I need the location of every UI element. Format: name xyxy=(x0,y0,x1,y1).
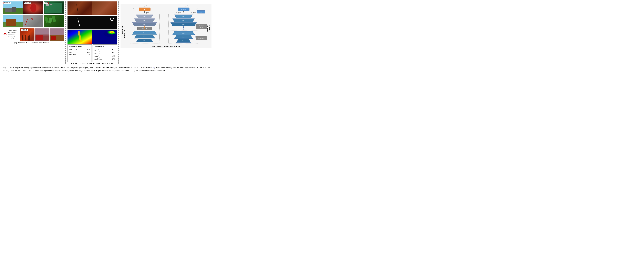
arrow-icon xyxy=(3,33,7,37)
metric-row-mf18: mF1.21,8 25.8 xyxy=(94,49,115,52)
metric-mioumax-name: mIoU-max xyxy=(94,58,102,60)
mvtec-cell-2 xyxy=(23,15,43,28)
caption-left-bold: Left xyxy=(9,66,12,68)
metric-row-miou8: mIoU2:8 16.4 xyxy=(94,55,115,58)
metric-macc-value: 39.8 xyxy=(112,52,115,55)
panel-b-amap-right: Anomaly Map xyxy=(92,30,117,44)
baseline-rd-label: Baseline RD xyxy=(122,26,123,34)
svg-text:F: F xyxy=(185,5,186,7)
svg-text:out: out xyxy=(146,6,147,7)
main-caption: Fig. 1: Left: Comparison among represent… xyxy=(3,66,212,72)
svg-text:Decoder: Decoder xyxy=(146,5,149,6)
metric-row-mf1: mF1-max 53.8 xyxy=(70,54,90,56)
coco-image-3 xyxy=(50,29,64,41)
metric-map-value: 48.6 xyxy=(87,51,90,53)
panel-b-caption: (b) Metric Results for RD under MUAD Set… xyxy=(68,63,117,64)
svg-text:Anomaly: Anomaly xyxy=(199,25,204,26)
svg-text:dynamic: dynamic xyxy=(198,8,202,9)
panel-b-input-left: Input xyxy=(68,2,92,15)
svg-text:Decoder: Decoder xyxy=(187,5,190,6)
svg-text:w: w xyxy=(197,8,198,9)
metric-row-mioumax: mIoU-max 37.4 xyxy=(94,58,115,60)
svg-text:F: F xyxy=(191,12,192,14)
panel-c: Baseline RD Our InvAD F Decoder out Conv… xyxy=(120,2,212,51)
cifar10-cell-1: CIFAR 10 xyxy=(3,2,23,14)
svg-text:Dec. 3: Dec. 3 xyxy=(143,24,146,25)
svg-text:Baseline RD: Baseline RD xyxy=(124,30,125,38)
svg-text:static: static xyxy=(133,8,135,9)
metric-mf1-name: mF1-max xyxy=(70,54,76,56)
feature-inversion-italic: feature inversion xyxy=(142,70,156,72)
panel-b-amap-left: Anomaly Map xyxy=(68,30,92,44)
svg-text:Dec. 2: Dec. 2 xyxy=(143,20,146,21)
svg-text:Enc. 1: Enc. 1 xyxy=(143,40,146,41)
svg-text:(c) Schematic Comparison with : (c) Schematic Comparison with RD xyxy=(152,46,180,47)
svg-text:Conv: Conv xyxy=(143,9,146,10)
svg-text:Dec. 2: Dec. 2 xyxy=(182,20,185,21)
metric-map-name: mAP xyxy=(70,51,73,53)
svg-text:Decoder: Decoder xyxy=(178,12,181,13)
coco-labels: General-Purpose Pose-Agnostic More Scale… xyxy=(8,30,20,40)
metric-mau-name: mAU-ROC xyxy=(70,49,77,51)
caption-left-text: : Comparison among representative anomal… xyxy=(12,66,102,68)
main-container: CIFAR 10 xyxy=(0,0,214,74)
svg-text:Enc. 2: Enc. 2 xyxy=(182,36,185,38)
divider-bc xyxy=(118,2,119,64)
svg-text:Score: Score xyxy=(200,27,203,28)
metric-row-mau: mAU-ROC 96.1 xyxy=(70,49,90,51)
metric-mau-value: 96.1 xyxy=(87,49,90,51)
svg-text:Enc. 1: Enc. 1 xyxy=(182,40,185,42)
our-invad-label: Our InvAD xyxy=(209,24,210,31)
metric-miou8-value: 16.4 xyxy=(112,55,115,58)
figures-row: CIFAR 10 xyxy=(3,2,212,64)
divider-ab xyxy=(66,2,66,64)
mvtec-label: MVTec AD xyxy=(24,2,31,4)
metric-mioumax-value: 37.4 xyxy=(112,58,115,60)
caption-right-text: : Schematic comparison between RD [12] a… xyxy=(101,70,166,72)
svg-text:F: F xyxy=(176,12,177,14)
svg-text:Dec. 1: Dec. 1 xyxy=(143,16,146,17)
metric-mf18-name: mF1.21,8 xyxy=(94,49,100,52)
panel-b-input-right: Input xyxy=(92,2,117,15)
svg-text:Dec. 3: Dec. 3 xyxy=(182,24,185,25)
panel-b-gt-left: Ground Truth xyxy=(68,16,92,30)
svg-text:Enc. 3: Enc. 3 xyxy=(143,32,146,34)
svg-text:Conv: Conv xyxy=(200,11,203,13)
coco-image-1: COCO-AD xyxy=(20,29,34,41)
svg-text:Dec. 1: Dec. 1 xyxy=(182,16,185,17)
svg-point-4 xyxy=(103,31,116,37)
metric-macc-name: mAcc2:8 xyxy=(94,52,100,55)
visa-cell-1: VisA xyxy=(44,2,64,14)
svg-text:Enc. 3: Enc. 3 xyxy=(182,32,185,34)
dataset-grid: CIFAR 10 xyxy=(3,2,64,28)
ref4: 4 xyxy=(153,66,154,68)
mvtec-cell-1: MVTec AD xyxy=(23,2,43,14)
panel-a: CIFAR 10 xyxy=(3,2,64,44)
svg-text:Enc. 2: Enc. 2 xyxy=(143,36,146,37)
svg-text:w: w xyxy=(131,8,132,10)
current-metrics-box: Current Metrics mAU-ROC 96.1 mAP 48.6 mF… xyxy=(68,44,92,62)
visa-label: VisA xyxy=(44,2,48,4)
architecture-svg: Baseline RD Our InvAD F Decoder out Conv… xyxy=(120,2,212,51)
svg-text:Our InvAD: Our InvAD xyxy=(207,25,208,32)
metric-row-map: mAP 48.6 xyxy=(70,51,90,53)
ref12: 12 xyxy=(132,70,134,72)
caption-middle-bold: Middle xyxy=(102,66,109,68)
metric-row-macc: mAcc2:8 39.8 xyxy=(94,52,115,55)
svg-text:out: out xyxy=(187,6,188,7)
cifar10-cell-2 xyxy=(3,15,23,28)
panel-a-caption: (a) Dataset Visualization and Comparison xyxy=(3,42,64,44)
visa-cell-2 xyxy=(44,15,64,28)
panel-b: Input Ground Truth xyxy=(68,2,117,64)
fig-label: Fig. 1: xyxy=(3,66,8,68)
panel-b-gt-right: Ground Truth xyxy=(92,16,117,30)
new-metrics-title: New Metrics xyxy=(94,46,115,48)
coco-badge: COCO-AD xyxy=(21,29,28,31)
svg-rect-56 xyxy=(196,24,207,29)
svg-text:Decoder: Decoder xyxy=(146,12,149,13)
svg-text:Const Query: Const Query xyxy=(198,37,205,39)
svg-text:F: F xyxy=(144,5,145,7)
coco-image-2 xyxy=(35,29,49,41)
new-metrics-box: New Metrics mF1.21,8 25.8 mAcc2:8 39.8 m… xyxy=(92,44,117,62)
metric-mf1-value: 53.8 xyxy=(87,54,90,56)
